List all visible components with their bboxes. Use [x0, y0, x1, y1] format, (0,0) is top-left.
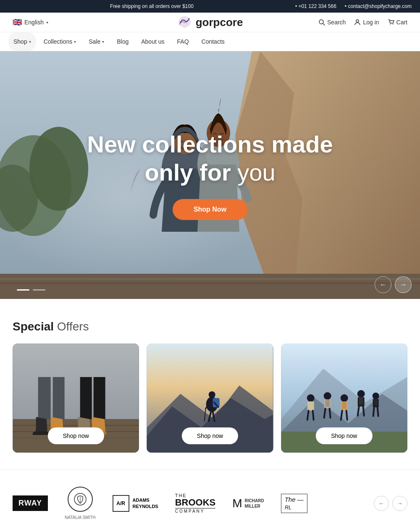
language-selector[interactable]: 🇬🇧 English ▾: [13, 18, 48, 27]
nav-shop-label: Shop: [13, 38, 27, 45]
chevron-down-icon: ▾: [29, 39, 31, 44]
logo-svg-icon: [177, 15, 192, 30]
slider-arrows: ← →: [375, 276, 412, 293]
adams-text: ADAMSREYNOLDS: [133, 497, 158, 509]
svg-line-60: [373, 407, 374, 416]
rm-m-letter: M: [232, 497, 242, 510]
svg-point-8: [29, 127, 88, 211]
offer-card-2-button[interactable]: Shop now: [182, 427, 238, 444]
top-bar: Free shipping on all orders over $100 +0…: [0, 0, 420, 13]
offer-card-3[interactable]: Shop now: [281, 343, 407, 453]
svg-point-52: [357, 390, 365, 398]
offer-card-1[interactable]: Shop now: [13, 343, 139, 453]
nav-collections-label: Collections: [44, 38, 72, 45]
svg-line-51: [346, 411, 347, 420]
nav-blog-label: Blog: [117, 38, 129, 45]
therl-text: The —RL: [285, 496, 304, 511]
nav-item-collections[interactable]: Collections ▾: [39, 32, 81, 51]
cart-button[interactable]: Cart: [388, 19, 407, 26]
svg-point-37: [307, 394, 314, 402]
svg-point-2: [356, 20, 359, 22]
user-icon: [354, 19, 361, 26]
section-title-light: Offers: [57, 320, 89, 333]
nav-item-shop[interactable]: Shop ▾: [8, 32, 36, 51]
shipping-notice: Free shipping on all orders over $100: [8, 3, 295, 9]
svg-rect-25: [94, 377, 105, 419]
hero-title: New collections made only for you: [87, 130, 333, 186]
slider-prev-button[interactable]: ←: [375, 276, 391, 293]
svg-point-4: [392, 24, 393, 25]
brand-adams: A/R ADAMSREYNOLDS: [113, 495, 158, 512]
nav-sale-label: Sale: [89, 38, 100, 45]
hero-title-line1: New collections made: [87, 131, 333, 157]
search-label: Search: [327, 19, 346, 26]
svg-rect-59: [374, 399, 378, 406]
slide-dot-1[interactable]: [17, 289, 29, 291]
svg-line-41: [312, 411, 313, 420]
main-nav: Shop ▾ Collections ▾ Sale ▾ Blog About u…: [0, 32, 420, 51]
search-icon: [318, 19, 325, 26]
richard-miller-logo: M RICHARDMILLER: [232, 497, 264, 510]
contact-info: +01 122 334 566 contact@shopifycharge.co…: [295, 3, 412, 9]
hero-section: New collections made only for you Shop N…: [0, 51, 420, 299]
offer-card-1-button[interactable]: Shop now: [48, 427, 104, 444]
nav-item-about[interactable]: About us: [136, 32, 169, 51]
nav-faq-label: FAQ: [177, 38, 189, 45]
nav-item-sale[interactable]: Sale ▾: [84, 32, 109, 51]
svg-point-3: [390, 24, 391, 25]
brand-arrows: ← →: [374, 496, 407, 511]
brand-prev-button[interactable]: ←: [374, 496, 389, 511]
brand-therl: The —RL: [281, 494, 307, 513]
flag-icon: 🇬🇧: [13, 18, 22, 27]
offer-card-2[interactable]: Shop now: [147, 343, 273, 453]
brand-next-button[interactable]: →: [392, 496, 407, 511]
svg-line-61: [377, 407, 378, 416]
offers-grid: Shop now: [13, 343, 407, 453]
login-label: Log in: [363, 19, 379, 26]
hero-content: New collections made only for you Shop N…: [87, 130, 333, 220]
brand-richard-miller: M RICHARDMILLER: [232, 497, 264, 510]
adams-ar-logo: A/R ADAMSREYNOLDS: [113, 495, 158, 512]
offer-card-3-button[interactable]: Shop now: [316, 427, 372, 444]
site-logo[interactable]: gorpcore: [177, 15, 243, 30]
hero-title-line2: only for: [144, 159, 231, 186]
site-header: 🇬🇧 English ▾ gorpcore Search Log in Cart: [0, 13, 420, 32]
svg-point-42: [323, 392, 331, 400]
search-button[interactable]: Search: [318, 19, 346, 26]
slide-dot-2[interactable]: [33, 289, 45, 291]
svg-rect-23: [53, 377, 65, 419]
svg-line-1: [323, 24, 325, 25]
email: contact@shopifycharge.com: [345, 3, 412, 9]
login-button[interactable]: Log in: [354, 19, 379, 26]
nav-item-contacts[interactable]: Contacts: [197, 32, 230, 51]
ar-box: A/R: [113, 495, 129, 512]
natalia-circle-logo: [68, 487, 93, 512]
nav-item-faq[interactable]: FAQ: [172, 32, 194, 51]
natalia-brand-name: NATALIA SMITH: [65, 515, 96, 520]
brand-rway: RWAY: [13, 495, 48, 511]
section-title: Special Offers: [13, 320, 407, 333]
brands-section: RWAY NATALIA SMITH A/R ADAMSREYNOLDS THE…: [0, 469, 420, 524]
rm-text: RICHARDMILLER: [245, 498, 264, 509]
logo-text: gorpcore: [196, 16, 243, 29]
svg-line-46: [329, 409, 330, 418]
svg-rect-22: [38, 377, 51, 419]
header-actions: Search Log in Cart: [318, 19, 407, 26]
svg-rect-44: [325, 399, 329, 407]
svg-point-28: [209, 391, 215, 398]
nav-about-label: About us: [141, 38, 164, 45]
hero-cta-button[interactable]: Shop Now: [173, 199, 247, 220]
svg-rect-12: [0, 282, 420, 284]
special-offers-section: Special Offers: [0, 299, 420, 469]
nav-item-blog[interactable]: Blog: [112, 32, 134, 51]
slider-next-button[interactable]: →: [395, 276, 412, 293]
svg-rect-11: [0, 278, 420, 280]
svg-rect-54: [359, 397, 363, 405]
cart-icon: [388, 19, 394, 26]
leaf-icon: [74, 493, 87, 506]
rway-logo: RWAY: [13, 495, 48, 511]
language-label: English: [24, 19, 44, 26]
svg-rect-49: [342, 401, 346, 409]
svg-rect-39: [308, 401, 312, 409]
svg-line-56: [363, 406, 364, 416]
